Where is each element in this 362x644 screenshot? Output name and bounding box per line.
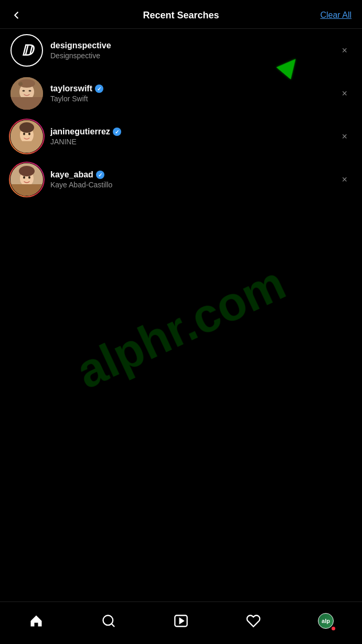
clear-all-button[interactable]: Clear All [320,10,352,20]
svg-point-2 [23,90,25,92]
svg-point-16 [28,176,30,179]
verified-badge-taylorswift [95,85,103,93]
notification-dot [332,627,335,630]
home-icon [29,614,44,628]
item-info-kaye: kaye_abad Kaye Abad-Castillo [50,170,337,189]
bottom-nav: alp [0,601,362,644]
avatar-wrapper-janine [10,120,43,153]
remove-button-janine[interactable]: × [337,128,352,145]
svg-marker-22 [180,618,184,623]
fullname-kaye: Kaye Abad-Castillo [50,181,337,189]
list-item[interactable]: janinegutierrez JANINE × [0,115,362,158]
avatar: 𝔻 [10,34,43,67]
fullname-designspective: Designspective [50,51,337,60]
list-item[interactable]: 𝔻 designspective Designspective × [0,29,362,72]
svg-point-15 [23,176,25,179]
username-designspective: designspective [50,41,337,50]
avatar [10,163,43,196]
svg-point-12 [19,122,34,133]
nav-search[interactable] [96,608,121,634]
nav-reels[interactable] [168,608,194,634]
fullname-taylorswift: Taylor Swift [50,94,337,103]
heart-icon [246,614,261,628]
avatar-wrapper-designspective: 𝔻 [10,34,43,67]
item-info-taylorswift: taylorswift Taylor Swift [50,84,337,103]
nav-activity[interactable] [241,608,266,634]
svg-point-3 [29,90,31,92]
verified-badge-kaye [96,171,104,179]
username-taylorswift: taylorswift [50,84,337,93]
reels-icon [174,614,188,628]
remove-button-kaye[interactable]: × [337,171,352,188]
profile-avatar: alp [318,613,334,629]
username-kaye: kaye_abad [50,170,337,180]
remove-button-designspective[interactable]: × [337,41,352,59]
back-button[interactable] [10,9,29,21]
avatar-wrapper-kaye [10,163,43,196]
svg-rect-17 [10,184,43,196]
page-title: Recent Searches [143,10,219,21]
header: Recent Searches Clear All [0,0,362,29]
remove-button-taylorswift[interactable]: × [337,85,352,102]
avatar [10,77,43,110]
search-list: 𝔻 designspective Designspective × [0,29,362,601]
svg-rect-4 [10,97,43,110]
avatar-wrapper-taylorswift [10,77,43,110]
username-janine: janinegutierrez [50,127,337,136]
item-info-designspective: designspective Designspective [50,41,337,60]
fullname-janine: JANINE [50,138,337,146]
svg-point-18 [19,166,35,176]
search-icon [101,614,116,628]
list-item[interactable]: taylorswift Taylor Swift × [0,72,362,115]
svg-point-9 [23,133,25,135]
svg-rect-11 [10,141,43,153]
nav-profile[interactable]: alp [313,608,338,634]
verified-badge-janine [113,128,121,136]
avatar [10,120,43,153]
svg-line-20 [111,624,114,626]
item-info-janine: janinegutierrez JANINE [50,127,337,146]
list-item[interactable]: kaye_abad Kaye Abad-Castillo × [0,158,362,201]
svg-point-10 [28,133,30,135]
nav-home[interactable] [24,608,49,634]
